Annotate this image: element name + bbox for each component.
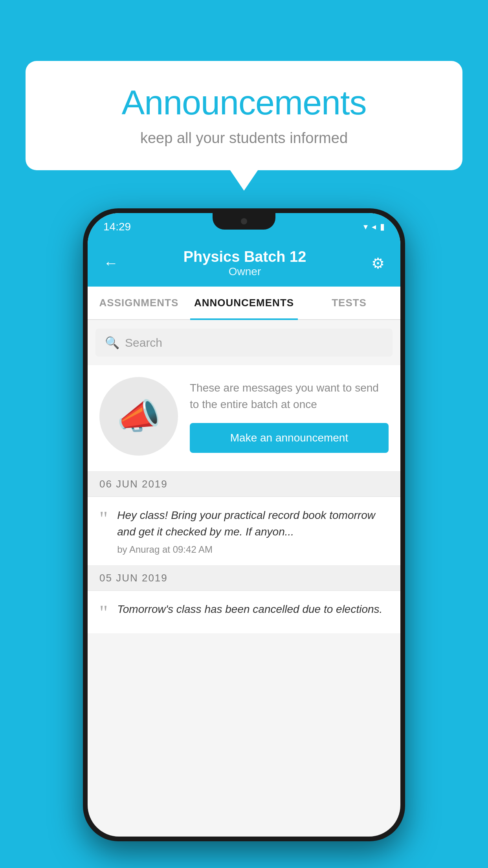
settings-button[interactable]: ⚙ <box>371 255 385 272</box>
quote-icon-2: " <box>99 603 108 623</box>
wifi-icon: ▾ <box>363 222 368 232</box>
status-time: 14:29 <box>103 221 131 233</box>
tab-tests[interactable]: TESTS <box>298 287 400 319</box>
search-icon: 🔍 <box>105 336 119 349</box>
phone-wrapper: 14:29 ▾ ◂ ▮ ← Physics Batch 12 Owner ⚙ <box>83 208 405 841</box>
status-bar: 14:29 ▾ ◂ ▮ <box>88 213 400 241</box>
app-bar-title-text: Physics Batch 12 <box>118 248 371 265</box>
tabs-bar: ASSIGNMENTS ANNOUNCEMENTS TESTS <box>88 287 400 320</box>
search-bar[interactable]: 🔍 Search <box>95 329 393 357</box>
status-icons: ▾ ◂ ▮ <box>363 222 385 232</box>
announcement-meta-1: by Anurag at 09:42 AM <box>117 544 389 555</box>
phone-screen: 14:29 ▾ ◂ ▮ ← Physics Batch 12 Owner ⚙ <box>88 213 400 837</box>
empty-state-description: These are messages you want to send to t… <box>190 380 389 413</box>
date-separator-1: 06 JUN 2019 <box>88 472 400 497</box>
signal-icon: ◂ <box>372 222 376 232</box>
app-bar-subtitle: Owner <box>118 265 371 278</box>
empty-state-right: These are messages you want to send to t… <box>190 380 389 453</box>
bubble-title: Announcements <box>49 83 439 123</box>
tab-assignments[interactable]: ASSIGNMENTS <box>88 287 190 319</box>
tab-announcements[interactable]: ANNOUNCEMENTS <box>190 287 298 319</box>
empty-state: 📣 These are messages you want to send to… <box>88 365 400 472</box>
speech-bubble: Announcements keep all your students inf… <box>26 61 462 170</box>
camera-dot <box>241 218 247 224</box>
megaphone-circle: 📣 <box>99 377 178 456</box>
back-button[interactable]: ← <box>103 255 118 272</box>
make-announcement-button[interactable]: Make an announcement <box>190 423 389 453</box>
announcement-text-1: Hey class! Bring your practical record b… <box>117 507 389 540</box>
battery-icon: ▮ <box>380 222 385 232</box>
app-bar: ← Physics Batch 12 Owner ⚙ <box>88 241 400 287</box>
speech-bubble-container: Announcements keep all your students inf… <box>26 61 462 170</box>
megaphone-icon: 📣 <box>117 396 161 437</box>
search-placeholder: Search <box>125 336 162 349</box>
announcement-content-2: Tomorrow's class has been cancelled due … <box>117 601 389 622</box>
announcement-item-2[interactable]: " Tomorrow's class has been cancelled du… <box>88 591 400 633</box>
app-bar-title-group: Physics Batch 12 Owner <box>118 248 371 278</box>
announcement-content-1: Hey class! Bring your practical record b… <box>117 507 389 555</box>
announcement-item-1[interactable]: " Hey class! Bring your practical record… <box>88 497 400 566</box>
bubble-subtitle: keep all your students informed <box>49 130 439 147</box>
phone-device: 14:29 ▾ ◂ ▮ ← Physics Batch 12 Owner ⚙ <box>83 208 405 841</box>
announcement-text-2: Tomorrow's class has been cancelled due … <box>117 601 389 618</box>
notch <box>213 213 275 230</box>
quote-icon-1: " <box>99 509 108 529</box>
date-separator-2: 05 JUN 2019 <box>88 566 400 591</box>
